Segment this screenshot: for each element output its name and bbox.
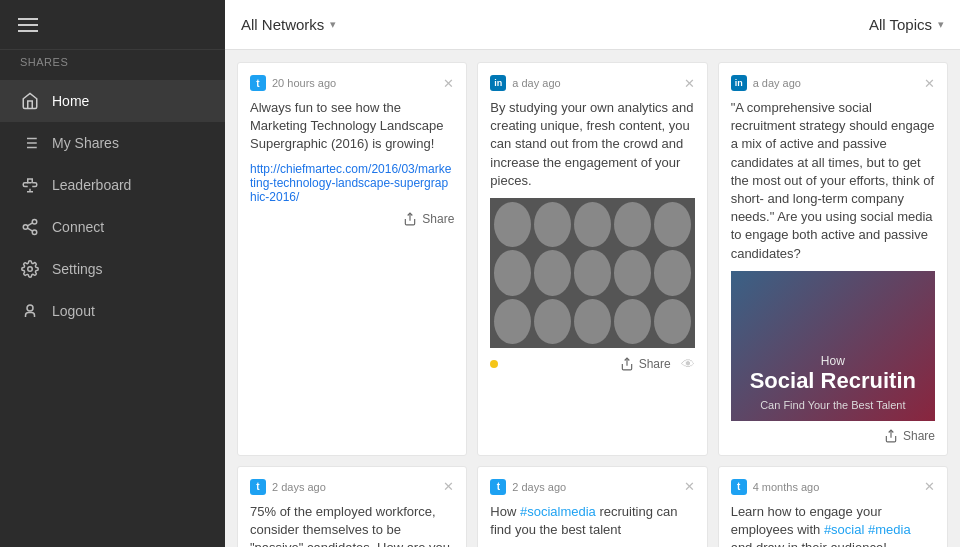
card-6-time: 4 months ago	[753, 481, 820, 493]
linkedin-badge: in	[490, 75, 506, 91]
sidebar: Shares Home My Shares	[0, 0, 225, 547]
card-3-image: How Social Recruitin Can Find Your the B…	[731, 271, 935, 421]
shares-section-label: Shares	[0, 50, 225, 70]
topics-dropdown-arrow: ▾	[938, 18, 944, 31]
card-3-share-button[interactable]: Share	[884, 429, 935, 443]
card-4-header: t 2 days ago ✕	[250, 479, 454, 495]
card-6-meta: t 4 months ago	[731, 479, 820, 495]
topbar: All Networks ▾ All Topics ▾	[225, 0, 960, 50]
card-2: in a day ago ✕ By studying your own anal…	[477, 62, 707, 456]
sidebar-item-home[interactable]: Home	[0, 80, 225, 122]
twitter-badge: t	[250, 75, 266, 91]
card-2-eye-icon[interactable]: 👁	[681, 356, 695, 372]
card-2-header: in a day ago ✕	[490, 75, 694, 91]
card-1-text: Always fun to see how the Marketing Tech…	[250, 99, 454, 154]
card-6: t 4 months ago ✕ Learn how to engage you…	[718, 466, 948, 547]
topics-label: All Topics	[869, 16, 932, 33]
feed: t 20 hours ago ✕ Always fun to see how t…	[225, 50, 960, 547]
card-3-meta: in a day ago	[731, 75, 801, 91]
card-3-footer: Share	[731, 429, 935, 443]
sidebar-item-settings[interactable]: Settings	[0, 248, 225, 290]
sidebar-leaderboard-label: Leaderboard	[52, 177, 131, 193]
card-2-footer: Share 👁	[490, 356, 694, 372]
card-6-close[interactable]: ✕	[924, 480, 935, 493]
card-2-time: a day ago	[512, 77, 560, 89]
card-1-meta: t 20 hours ago	[250, 75, 336, 91]
network-label: All Networks	[241, 16, 324, 33]
twitter-badge-4: t	[250, 479, 266, 495]
card-5-meta: t 2 days ago	[490, 479, 566, 495]
card-4-text: 75% of the employed workforce, consider …	[250, 503, 454, 547]
card-1-share-button[interactable]: Share	[403, 212, 454, 226]
card-1-footer: Share	[250, 212, 454, 226]
sidebar-connect-label: Connect	[52, 219, 104, 235]
sidebar-home-label: Home	[52, 93, 89, 109]
card-6-hashtag1: #social	[824, 522, 864, 537]
home-icon	[20, 91, 40, 111]
svg-point-10	[32, 230, 37, 235]
sidebar-settings-label: Settings	[52, 261, 103, 277]
card-2-status-dot	[490, 360, 498, 368]
card-3-header: in a day ago ✕	[731, 75, 935, 91]
card-2-close[interactable]: ✕	[684, 77, 695, 90]
sidebar-logout-label: Logout	[52, 303, 95, 319]
card-3-time: a day ago	[753, 77, 801, 89]
twitter-badge-6: t	[731, 479, 747, 495]
card-1-link[interactable]: http://chiefmartec.com/2016/03/marketing…	[250, 162, 454, 204]
network-selector[interactable]: All Networks ▾	[241, 16, 336, 33]
card-2-image	[490, 198, 694, 348]
card-4-meta: t 2 days ago	[250, 479, 326, 495]
shares-icon	[20, 133, 40, 153]
card-4: t 2 days ago ✕ 75% of the employed workf…	[237, 466, 467, 547]
card-1: t 20 hours ago ✕ Always fun to see how t…	[237, 62, 467, 456]
card-2-share-button[interactable]: Share	[620, 357, 671, 371]
network-dropdown-arrow: ▾	[330, 18, 336, 31]
card-1-time: 20 hours ago	[272, 77, 336, 89]
twitter-badge-5: t	[490, 479, 506, 495]
sidebar-item-connect[interactable]: Connect	[0, 206, 225, 248]
card-4-close[interactable]: ✕	[443, 480, 454, 493]
card-6-hashtag2: #media	[868, 522, 911, 537]
card-2-meta: in a day ago	[490, 75, 560, 91]
card-1-header: t 20 hours ago ✕	[250, 75, 454, 91]
card-6-header: t 4 months ago ✕	[731, 479, 935, 495]
card-5: t 2 days ago ✕ How #socialmedia recruiti…	[477, 466, 707, 547]
svg-line-11	[27, 228, 32, 231]
card-5-time: 2 days ago	[512, 481, 566, 493]
sidebar-header	[0, 0, 225, 50]
hamburger-icon[interactable]	[18, 18, 38, 32]
sidebar-item-shares[interactable]: My Shares	[0, 122, 225, 164]
sidebar-shares-label: My Shares	[52, 135, 119, 151]
trophy-icon	[20, 175, 40, 195]
topics-selector[interactable]: All Topics ▾	[869, 16, 944, 33]
svg-point-14	[27, 305, 33, 311]
sidebar-item-leaderboard[interactable]: Leaderboard	[0, 164, 225, 206]
logout-icon	[20, 301, 40, 321]
svg-point-8	[32, 220, 37, 225]
card-5-text: How #socialmedia recruiting can find you…	[490, 503, 694, 539]
connect-icon	[20, 217, 40, 237]
card-5-close[interactable]: ✕	[684, 480, 695, 493]
card-3: in a day ago ✕ "A comprehensive social r…	[718, 62, 948, 456]
card-6-text: Learn how to engage your employees with …	[731, 503, 935, 547]
card-3-close[interactable]: ✕	[924, 77, 935, 90]
svg-point-13	[28, 267, 33, 272]
svg-point-9	[23, 225, 28, 230]
sidebar-nav: Home My Shares Leaderboard	[0, 70, 225, 547]
card-4-time: 2 days ago	[272, 481, 326, 493]
card-5-hashtag: #socialmedia	[520, 504, 596, 519]
linkedin-badge-3: in	[731, 75, 747, 91]
card-1-close[interactable]: ✕	[443, 77, 454, 90]
card-5-header: t 2 days ago ✕	[490, 479, 694, 495]
gear-icon	[20, 259, 40, 279]
main-content: All Networks ▾ All Topics ▾ t 20 hours a…	[225, 0, 960, 547]
card-2-text: By studying your own analytics and creat…	[490, 99, 694, 190]
sidebar-item-logout[interactable]: Logout	[0, 290, 225, 332]
card-3-text: "A comprehensive social recruitment stra…	[731, 99, 935, 263]
svg-line-12	[27, 223, 32, 226]
